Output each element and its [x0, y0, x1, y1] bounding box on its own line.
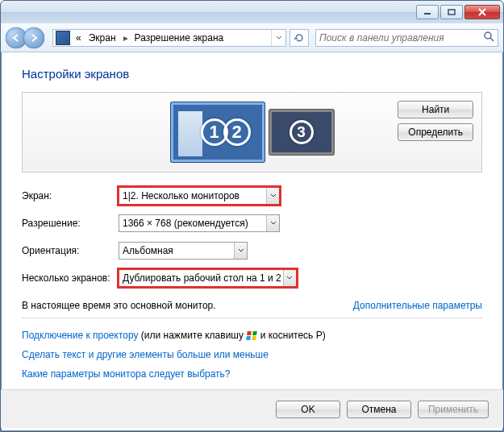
- screen-value: 1|2. Несколько мониторов: [123, 190, 240, 201]
- search-box[interactable]: [315, 29, 498, 47]
- button-bar: OK Отмена Применить: [1, 389, 503, 428]
- svg-rect-1: [448, 10, 455, 15]
- maximize-button[interactable]: [440, 5, 463, 19]
- content-area: Настройки экранов Найти Определить 1 2 3: [1, 52, 503, 389]
- which-params-link[interactable]: Какие параметры монитора следует выбрать…: [22, 368, 231, 380]
- separator: [22, 318, 482, 318]
- refresh-button[interactable]: [289, 29, 309, 47]
- windows-key-icon: [247, 331, 256, 340]
- forward-button[interactable]: [23, 27, 44, 48]
- breadcrumb[interactable]: « Экран ▸ Разрешение экрана: [52, 29, 286, 47]
- chevron-down-icon: [283, 270, 296, 286]
- breadcrumb-seg-2[interactable]: Разрешение экрана: [131, 30, 228, 46]
- find-button[interactable]: Найти: [398, 101, 473, 118]
- multiple-displays-select[interactable]: Дублировать рабочий стол на 1 и 2: [119, 269, 297, 287]
- text-size-link[interactable]: Сделать текст и другие элементы больше и…: [22, 349, 269, 360]
- advanced-settings-link[interactable]: Дополнительные параметры: [353, 300, 482, 311]
- titlebar[interactable]: [1, 1, 503, 23]
- orientation-select[interactable]: Альбомная: [119, 242, 248, 260]
- wallpaper-thumb: [178, 111, 202, 156]
- chevron-down-icon: [266, 188, 279, 204]
- monitor-arrangement[interactable]: Найти Определить 1 2 3: [22, 92, 482, 172]
- multiple-displays-value: Дублировать рабочий стол на 1 и 2: [123, 272, 281, 284]
- breadcrumb-seg-1[interactable]: Экран: [85, 30, 120, 46]
- resolution-label: Разрешение:: [22, 218, 119, 229]
- search-input[interactable]: [319, 32, 483, 44]
- breadcrumb-dropdown[interactable]: [271, 30, 285, 46]
- monitor-1-2[interactable]: 1 2: [171, 102, 264, 162]
- svg-point-2: [485, 32, 491, 39]
- primary-monitor-info: В настоящее время это основной монитор.: [22, 300, 216, 311]
- ok-button[interactable]: OK: [276, 401, 340, 418]
- close-button[interactable]: [464, 5, 500, 19]
- navigation-bar: « Экран ▸ Разрешение экрана: [1, 23, 503, 52]
- chevron-right-icon: ▸: [120, 32, 131, 44]
- search-icon: [483, 31, 494, 44]
- resolution-select[interactable]: 1366 × 768 (рекомендуется): [119, 214, 280, 232]
- screen-select[interactable]: 1|2. Несколько мониторов: [119, 187, 280, 205]
- svg-rect-0: [424, 13, 431, 15]
- control-panel-window: « Экран ▸ Разрешение экрана Настройки эк…: [0, 0, 504, 432]
- orientation-value: Альбомная: [123, 245, 173, 256]
- resolution-value: 1366 × 768 (рекомендуется): [123, 218, 248, 229]
- projector-hint-b: и коснитесь P): [257, 330, 325, 341]
- projector-link[interactable]: Подключение к проектору: [22, 330, 139, 341]
- minimize-button[interactable]: [416, 5, 439, 19]
- projector-hint-a: (или нажмите клавишу: [139, 330, 247, 341]
- breadcrumb-prefix: «: [73, 30, 85, 46]
- monitor-number-2: 2: [223, 118, 251, 146]
- cancel-button[interactable]: Отмена: [347, 401, 411, 418]
- chevron-down-icon: [234, 243, 247, 259]
- monitor-3[interactable]: 3: [269, 110, 334, 155]
- refresh-icon: [294, 32, 305, 44]
- svg-line-3: [490, 38, 494, 41]
- chevron-down-icon: [266, 215, 279, 231]
- apply-button[interactable]: Применить: [418, 401, 489, 418]
- orientation-label: Ориентация:: [22, 245, 119, 256]
- monitor-number-3: 3: [289, 120, 314, 144]
- screen-label: Экран:: [22, 190, 119, 201]
- page-title: Настройки экранов: [22, 67, 482, 81]
- identify-button[interactable]: Определить: [398, 123, 473, 141]
- panel-icon: [56, 31, 70, 45]
- multiple-displays-label: Несколько экранов:: [22, 272, 119, 284]
